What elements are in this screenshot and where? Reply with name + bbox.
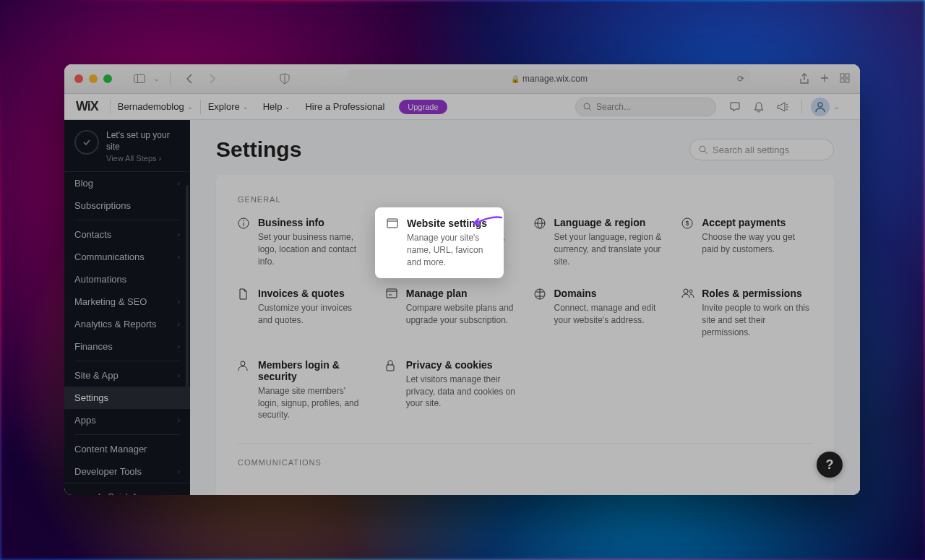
- sidebar-item-finances[interactable]: Finances›: [64, 335, 190, 358]
- app-topbar: WiX Bernademoblog⌄ Explore⌄ Help⌄ Hire a…: [64, 94, 860, 120]
- sidebar-item-label: Contacts: [74, 229, 111, 240]
- back-button[interactable]: [181, 70, 198, 87]
- card-accept-payments[interactable]: $ Accept paymentsChoose the way you get …: [681, 217, 812, 267]
- new-tab-icon[interactable]: [819, 73, 830, 85]
- sidebar-toggle-icon[interactable]: [131, 70, 148, 87]
- sidebar-item-label: Developer Tools: [74, 466, 142, 477]
- sidebar-item-marketing-seo[interactable]: Marketing & SEO›: [64, 290, 190, 313]
- forward-button[interactable]: [204, 70, 221, 87]
- sidebar-item-analytics-reports[interactable]: Analytics & Reports›: [64, 313, 190, 335]
- chevron-right-icon: ›: [178, 468, 180, 475]
- card-language-region[interactable]: Language & regionSet your language, regi…: [534, 217, 665, 267]
- sidebar-item-label: Settings: [74, 392, 108, 403]
- svg-rect-0: [134, 75, 145, 83]
- window-controls: [74, 74, 112, 83]
- site-switcher[interactable]: Bernademoblog⌄: [111, 94, 200, 119]
- app-content: WiX Bernademoblog⌄ Explore⌄ Help⌄ Hire a…: [64, 94, 860, 495]
- card-domains[interactable]: DomainsConnect, manage and edit your web…: [534, 288, 665, 338]
- sidebar-item-developer-tools[interactable]: Developer Tools›: [64, 460, 190, 483]
- maximize-window-button[interactable]: [103, 74, 112, 83]
- bell-icon[interactable]: [754, 101, 764, 113]
- chevron-right-icon: ›: [178, 253, 180, 261]
- svg-line-10: [589, 108, 591, 111]
- address-bar[interactable]: 🔒 manage.wix.com ⟳: [348, 69, 750, 88]
- svg-point-28: [684, 289, 688, 293]
- top-search-input[interactable]: Search...: [575, 98, 716, 116]
- megaphone-icon[interactable]: [777, 102, 788, 112]
- svg-line-13: [705, 151, 707, 154]
- sidebar-item-subscriptions[interactable]: Subscriptions: [64, 194, 190, 217]
- sidebar-item-contacts[interactable]: Contacts›: [64, 223, 190, 246]
- sidebar-item-label: Subscriptions: [74, 200, 131, 211]
- wix-logo[interactable]: WiX: [76, 99, 98, 114]
- sidebar-item-label: Apps: [74, 415, 96, 426]
- upgrade-button[interactable]: Upgrade: [399, 100, 447, 114]
- users-icon: [681, 288, 694, 338]
- chat-icon[interactable]: [729, 101, 741, 113]
- lightning-icon: [95, 493, 103, 495]
- chevron-down-icon: ⌄: [834, 103, 840, 111]
- shield-icon[interactable]: [276, 70, 293, 87]
- sidebar-item-settings[interactable]: Settings: [64, 387, 190, 409]
- chevron-right-icon: ›: [178, 231, 180, 238]
- setup-card[interactable]: Let's set up your site View All Steps ›: [64, 120, 190, 172]
- sidebar-item-blog[interactable]: Blog›: [64, 172, 190, 194]
- minimize-window-button[interactable]: [89, 74, 98, 83]
- quick-access-button[interactable]: Quick Access: [64, 483, 190, 495]
- setup-progress-icon: [74, 130, 99, 155]
- card-roles-permissions[interactable]: Roles & permissionsInvite people to work…: [681, 288, 812, 338]
- share-icon[interactable]: [799, 73, 809, 85]
- svg-rect-24: [387, 289, 397, 298]
- chevron-right-icon: ›: [159, 154, 162, 163]
- info-icon: [238, 217, 251, 267]
- svg-point-12: [700, 146, 705, 152]
- settings-panel: GENERAL Business infoSet your business n…: [216, 175, 834, 495]
- chevron-down-icon: ⌄: [187, 103, 193, 111]
- main-content: Settings Search all settings GENERAL Bus…: [190, 120, 860, 495]
- reload-icon[interactable]: ⟳: [737, 74, 744, 84]
- svg-point-30: [241, 361, 245, 366]
- sidebar-item-site-app[interactable]: Site & App›: [64, 364, 190, 387]
- close-window-button[interactable]: [74, 74, 83, 83]
- help-button[interactable]: ?: [817, 452, 843, 478]
- sidebar-item-communications[interactable]: Communications›: [64, 246, 190, 268]
- svg-rect-17: [387, 218, 397, 227]
- sidebar-item-automations[interactable]: Automations: [64, 268, 190, 290]
- sidebar-item-label: Blog: [74, 178, 93, 189]
- chevron-down-icon: ⌄: [285, 103, 291, 111]
- help-menu[interactable]: Help⌄: [256, 94, 298, 119]
- sidebar-scrollbar[interactable]: [186, 185, 189, 387]
- setup-title: Let's set up your site: [106, 130, 180, 152]
- card-manage-plan[interactable]: Manage planCompare website plans and upg…: [386, 288, 517, 338]
- chevron-right-icon: ›: [178, 371, 180, 379]
- globe-grid-icon: [534, 288, 547, 338]
- url-text: manage.wix.com: [522, 74, 588, 84]
- svg-rect-7: [840, 79, 844, 82]
- explore-menu[interactable]: Explore⌄: [201, 94, 256, 119]
- card-business-info[interactable]: Business infoSet your business name, log…: [238, 217, 369, 267]
- svg-rect-31: [387, 365, 394, 371]
- chevron-right-icon: ›: [178, 343, 180, 350]
- svg-point-16: [243, 220, 244, 222]
- card-privacy-cookies[interactable]: Privacy & cookiesLet visitors manage the…: [386, 359, 517, 421]
- chevron-down-icon: ⌄: [243, 103, 249, 111]
- svg-rect-8: [846, 79, 849, 82]
- sidebar-item-content-manager[interactable]: Content Manager: [64, 438, 190, 460]
- card-members-login[interactable]: Members login & securityManage site memb…: [238, 359, 369, 421]
- card-website-settings[interactable]: Website settingsManage your site's name,…: [386, 217, 517, 267]
- sidebar-item-label: Automations: [74, 274, 126, 285]
- hire-pro-link[interactable]: Hire a Professional: [298, 94, 392, 119]
- setup-link[interactable]: View All Steps ›: [106, 154, 180, 163]
- tabs-icon[interactable]: [840, 73, 850, 85]
- sidebar-item-label: Content Manager: [74, 444, 147, 455]
- document-icon: [238, 288, 251, 338]
- card-invoices-quotes[interactable]: Invoices & quotesCustomize your invoices…: [238, 288, 369, 338]
- browser-titlebar: ⌄ 🔒 manage.wix.com ⟳: [64, 64, 860, 94]
- search-icon: [583, 103, 592, 111]
- user-avatar[interactable]: [811, 98, 830, 116]
- svg-point-11: [818, 103, 822, 107]
- settings-search-input[interactable]: Search all settings: [689, 139, 834, 160]
- sidebar-item-label: Communications: [74, 251, 145, 262]
- sidebar-item-apps[interactable]: Apps›: [64, 409, 190, 431]
- chevron-right-icon: ›: [178, 320, 180, 328]
